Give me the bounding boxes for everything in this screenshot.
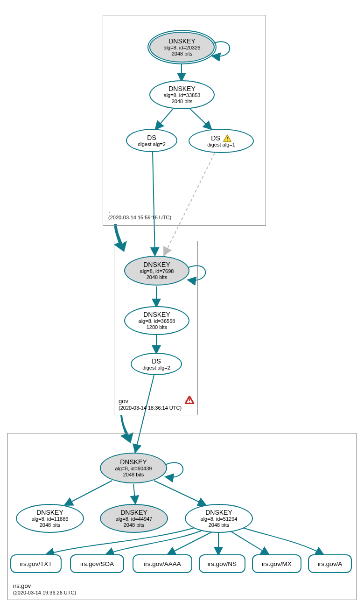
node-line2: digest alg=1 (207, 142, 235, 148)
node-line3: 2048 bits (124, 522, 145, 528)
node-line2: alg=8, id=7698 (140, 268, 174, 274)
zone-irs-name: irs.gov (13, 582, 76, 590)
node-title: DNSKEY (143, 261, 170, 268)
node-line2: digest alg=2 (142, 365, 170, 371)
node-line2: alg=8, id=33853 (164, 92, 201, 98)
svg-rect-0 (227, 137, 228, 139)
node-line3: 2048 bits (147, 274, 168, 280)
rrset-label: irs.gov/A (318, 560, 343, 567)
svg-rect-2 (189, 398, 190, 401)
node-line2: alg=8, id=20326 (164, 45, 201, 51)
error-icon (185, 396, 193, 403)
rrset-a: irs.gov/A (308, 554, 352, 573)
node-gov-ksk: DNSKEY alg=8, id=7698 2048 bits (124, 256, 189, 286)
node-line2: alg=8, id=60439 (115, 466, 152, 472)
node-title: DNSKEY (205, 509, 232, 516)
rrset-label: irs.gov/MX (262, 560, 292, 567)
zone-gov-label: gov (2020-03-14 18:36:14 UTC) (119, 398, 182, 411)
node-title: DNSKEY (168, 37, 196, 45)
node-irs-key-c: DNSKEY alg=8, id=51294 2048 bits (185, 504, 253, 533)
node-irs-ksk: DNSKEY alg=8, id=60439 2048 bits (100, 453, 167, 483)
node-line3: 2048 bits (123, 472, 144, 478)
zone-root-timestamp: (2020-03-14 15:59:18 UTC) (108, 215, 171, 221)
rrset-label: irs.gov/NS (208, 560, 237, 567)
zone-irs-timestamp: (2020-03-14 19:36:26 UTC) (13, 590, 76, 596)
rrset-mx: irs.gov/MX (252, 554, 301, 573)
node-line3: 2048 bits (209, 522, 230, 528)
warning-icon (223, 134, 231, 142)
rrset-label: irs.gov/AAAA (144, 560, 181, 567)
node-title: DNSKEY (143, 311, 170, 318)
node-root-ds1: DS digest alg=1 (189, 129, 254, 153)
node-title: DS (152, 357, 161, 365)
svg-rect-3 (189, 402, 190, 403)
node-irs-key-b: DNSKEY alg=8, id=44947 2048 bits (100, 504, 168, 533)
node-line3: 2048 bits (40, 522, 61, 528)
node-title: DNSKEY (120, 509, 147, 516)
zone-root-label: . (2020-03-14 15:59:18 UTC) (108, 207, 171, 221)
zone-gov-timestamp: (2020-03-14 18:36:14 UTC) (119, 405, 182, 411)
node-root-ds2: DS digest alg=2 (126, 129, 177, 152)
node-gov-ds: DS digest alg=2 (131, 353, 182, 375)
node-title: DS (147, 134, 156, 141)
rrset-ns: irs.gov/NS (199, 554, 245, 573)
zone-gov-name: gov (119, 398, 182, 405)
node-line2: alg=8, id=51294 (201, 516, 238, 522)
node-line3: 1280 bits (147, 324, 168, 330)
node-line3: 2048 bits (172, 98, 193, 105)
rrset-soa: irs.gov/SOA (70, 554, 124, 573)
node-line2: alg=8, id=36558 (139, 318, 175, 324)
node-line2: digest alg=2 (138, 141, 166, 147)
node-gov-zsk: DNSKEY alg=8, id=36558 1280 bits (124, 306, 189, 335)
zone-root-name: . (108, 207, 171, 215)
node-line2: alg=8, id=44947 (116, 516, 153, 522)
node-irs-key-a: DNSKEY alg=8, id=11886 2048 bits (16, 504, 84, 533)
rrset-txt: irs.gov/TXT (10, 554, 62, 573)
node-line3: 2048 bits (172, 51, 193, 57)
node-title: DNSKEY (120, 458, 147, 466)
dnssec-graph: . (2020-03-14 15:59:18 UTC) DNSKEY alg=8… (0, 0, 364, 608)
node-root-ksk: DNSKEY alg=8, id=20326 2048 bits (149, 32, 215, 63)
node-root-zsk: DNSKEY alg=8, id=33853 2048 bits (149, 80, 215, 109)
rrset-aaaa: irs.gov/AAAA (133, 554, 192, 573)
rrset-label: irs.gov/TXT (20, 560, 52, 567)
svg-rect-1 (227, 140, 228, 140)
rrset-label: irs.gov/SOA (80, 560, 114, 567)
node-line2: alg=8, id=11886 (32, 516, 69, 522)
node-title: DS (211, 134, 220, 142)
zone-irs-label: irs.gov (2020-03-14 19:36:26 UTC) (13, 582, 76, 596)
node-title: DNSKEY (36, 509, 63, 516)
node-title: DNSKEY (168, 85, 196, 92)
